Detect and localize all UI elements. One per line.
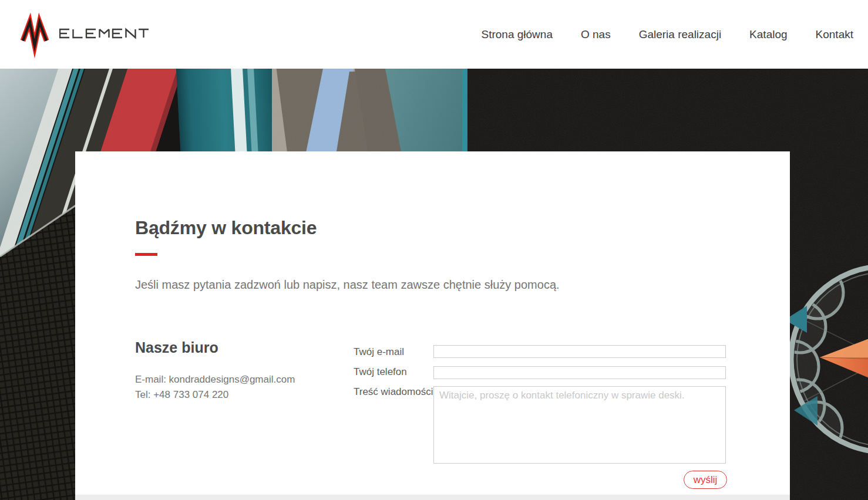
email-field-label: Twój e-mail [354,346,404,358]
nav-item-katalog[interactable]: Katalog [749,28,787,41]
nav-item-kontakt[interactable]: Kontakt [816,28,853,41]
nav-item-galeria-realizacji[interactable]: Galeria realizacji [639,28,721,41]
brand-wordmark-icon [59,28,152,42]
intro-text: Jeśli masz pytania zadzwoń lub napisz, n… [135,278,560,292]
accent-rule [135,253,157,256]
office-section-title: Nasze biuro [135,339,218,356]
office-email-line: E-mail: kondraddesigns@gmail.com [135,374,295,386]
nav-item-strona-glowna[interactable]: Strona główna [481,28,552,41]
message-field[interactable] [433,386,726,464]
contact-card: Bądźmy w kontakcie Jeśli masz pytania za… [75,151,790,500]
contact-page: Strona główna O nas Galeria realizacji K… [0,0,868,500]
office-phone-line: Tel: +48 733 074 220 [135,389,228,401]
footer-strip [75,495,790,500]
phone-field-label: Twój telefon [354,366,407,378]
site-header: Strona główna O nas Galeria realizacji K… [0,0,868,69]
brand-logo[interactable] [19,8,152,61]
send-button[interactable]: wyślij [684,471,727,489]
phone-field[interactable] [433,366,726,379]
message-field-label: Treść wiadomości [354,386,433,398]
m-bolt-logo-icon [19,8,50,61]
email-field[interactable] [433,345,726,358]
nav-item-o-nas[interactable]: O nas [581,28,611,41]
page-title: Bądźmy w kontakcie [135,217,317,239]
main-nav: Strona główna O nas Galeria realizacji K… [481,28,853,41]
